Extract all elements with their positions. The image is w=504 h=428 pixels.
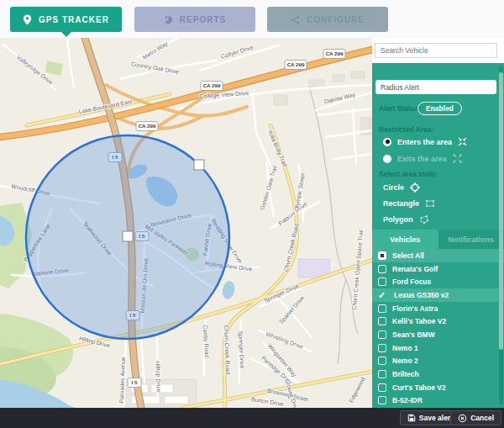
sidebar: Alert Status: Enabled Restricted Area: E… bbox=[372, 38, 504, 408]
radio-label: Exits the area bbox=[397, 155, 447, 163]
cancel-circle-x-icon bbox=[458, 414, 467, 423]
sidebar-scrollbar bbox=[499, 66, 503, 404]
vehicle-label: Curt's Tahoe V2 bbox=[392, 383, 446, 392]
vehicle-label: Lexus GS350 v2 bbox=[394, 291, 449, 299]
search-strip bbox=[372, 38, 504, 63]
checkbox-empty[interactable] bbox=[378, 370, 386, 378]
vehicle-row[interactable]: Curt's Tahoe V2 bbox=[372, 381, 504, 394]
active-tab-pointer bbox=[61, 32, 71, 37]
checkbox-empty[interactable] bbox=[378, 304, 386, 313]
checkbox-empty[interactable] bbox=[378, 277, 386, 286]
vehicle-list: Select AllRenata's GolfFord Focus✓Lexus … bbox=[372, 249, 504, 408]
tab-label: REPORTS bbox=[180, 15, 226, 24]
tool-label: Rectangle bbox=[383, 199, 419, 208]
checkbox-empty[interactable] bbox=[378, 357, 386, 365]
checkbox-empty[interactable] bbox=[378, 317, 386, 325]
select-all-row[interactable]: Select All bbox=[372, 249, 504, 262]
shield-ca299: CA 299 bbox=[323, 50, 345, 59]
vehicle-row[interactable]: ✓Lexus GS350 v2 bbox=[372, 288, 504, 302]
scrollbar-thumb[interactable] bbox=[499, 72, 503, 350]
area-tools-label: Select area tools: bbox=[379, 170, 438, 178]
tool-label: Polygon bbox=[383, 215, 413, 224]
location-pin-icon bbox=[23, 14, 32, 25]
polygon-tool-icon bbox=[419, 214, 429, 225]
compress-arrows-icon bbox=[458, 137, 467, 146]
tool-rectangle[interactable]: Rectangle bbox=[383, 198, 435, 209]
vehicle-label: Sean's BMW bbox=[392, 330, 435, 339]
alert-status-toggle[interactable]: Enabled bbox=[417, 102, 462, 115]
footer-bar: Save alert Cancel bbox=[0, 408, 504, 428]
shield-text: CA 299 bbox=[139, 123, 156, 129]
pie-chart-icon bbox=[164, 15, 173, 24]
vehicle-label: Nemo 1 bbox=[392, 344, 418, 352]
vehicle-row[interactable]: Briltech bbox=[372, 367, 504, 381]
search-vehicle-input[interactable] bbox=[375, 43, 497, 58]
vehicle-label: Briltech bbox=[392, 370, 419, 378]
shield-text: I 5 bbox=[132, 379, 138, 385]
checkbox-indeterminate[interactable] bbox=[378, 251, 386, 260]
circle-tool-icon bbox=[410, 182, 420, 193]
share-nodes-icon bbox=[291, 15, 300, 24]
tab-notifications[interactable]: Notifications bbox=[438, 230, 504, 249]
radio-enters-area[interactable]: Enters the area bbox=[383, 137, 467, 146]
gps-tracker-app: GPS TRACKER REPORTS CONFIGURE bbox=[0, 0, 504, 428]
radio-button-selected[interactable] bbox=[383, 138, 391, 146]
save-alert-label: Save alert bbox=[419, 414, 453, 422]
radio-button[interactable] bbox=[383, 155, 391, 163]
radio-label: Enters the area bbox=[397, 138, 452, 146]
circle-center-handle[interactable] bbox=[123, 231, 133, 241]
checkbox-empty[interactable] bbox=[378, 330, 386, 339]
restricted-area-label: Restricted Area: bbox=[379, 125, 433, 134]
shield-ca299: CA 299 bbox=[201, 82, 223, 91]
checkbox-empty[interactable] bbox=[378, 396, 386, 404]
vehicle-row[interactable]: Sean's BMW bbox=[372, 328, 504, 341]
checkbox-empty[interactable] bbox=[378, 265, 386, 273]
vehicle-row[interactable]: Nemo 1 bbox=[372, 341, 504, 355]
alert-panel: Alert Status: Enabled Restricted Area: E… bbox=[372, 63, 504, 408]
alert-name-input[interactable] bbox=[375, 80, 496, 94]
top-nav: GPS TRACKER REPORTS CONFIGURE bbox=[0, 0, 504, 38]
tab-label: GPS TRACKER bbox=[39, 15, 109, 24]
tool-label: Circle bbox=[383, 183, 404, 192]
shield-text: CA 299 bbox=[287, 61, 305, 67]
vehicle-row[interactable]: Ford Focus bbox=[372, 275, 504, 288]
vehicle-row[interactable]: Kelli's Tahoe V2 bbox=[372, 314, 504, 328]
vehicle-row[interactable]: B-52-IDR bbox=[372, 394, 504, 408]
map-canvas[interactable]: Valleyridge DriveMetro WayCountry Oak Dr… bbox=[0, 38, 372, 408]
vehicle-row[interactable]: Florin's Astra bbox=[372, 302, 504, 315]
shield-i5: I 5 bbox=[128, 378, 141, 388]
vehicle-label: Nemo 2 bbox=[392, 357, 418, 365]
vehicle-label: Renata's Golf bbox=[392, 265, 438, 273]
vehicle-notification-tabs: Vehicles Notifications bbox=[372, 230, 504, 249]
expand-arrows-icon bbox=[453, 154, 462, 163]
radio-exits-area[interactable]: Exits the area bbox=[383, 154, 462, 163]
checkbox-checked-icon[interactable]: ✓ bbox=[378, 291, 388, 299]
save-disk-icon bbox=[407, 414, 416, 422]
rectangle-tool-icon bbox=[425, 198, 435, 209]
alert-status-label: Alert Status: bbox=[379, 104, 422, 113]
vehicle-label: Kelli's Tahoe V2 bbox=[392, 317, 446, 325]
tab-vehicles[interactable]: Vehicles bbox=[372, 230, 438, 249]
vehicle-label: Ford Focus bbox=[392, 277, 431, 286]
tool-circle[interactable]: Circle bbox=[383, 182, 420, 193]
tab-reports[interactable]: REPORTS bbox=[134, 7, 255, 32]
tab-gps-tracker[interactable]: GPS TRACKER bbox=[10, 7, 122, 32]
shield-text: CA 299 bbox=[326, 50, 344, 56]
tab-configure[interactable]: CONFIGURE bbox=[267, 7, 388, 32]
vehicle-row[interactable]: Renata's Golf bbox=[372, 262, 504, 276]
tool-polygon[interactable]: Polygon bbox=[383, 214, 429, 225]
shield-ca299: CA 299 bbox=[285, 61, 307, 70]
checkbox-empty[interactable] bbox=[378, 344, 386, 352]
vehicle-label: B-52-IDR bbox=[392, 396, 423, 404]
checkbox-empty[interactable] bbox=[378, 383, 386, 392]
tab-label: CONFIGURE bbox=[307, 15, 365, 24]
map-svg: Valleyridge DriveMetro WayCountry Oak Dr… bbox=[0, 38, 372, 408]
cancel-label: Cancel bbox=[470, 414, 494, 422]
cancel-button[interactable]: Cancel bbox=[450, 410, 501, 425]
vehicle-row[interactable]: Nemo 2 bbox=[372, 355, 504, 368]
shield-ca299: CA 299 bbox=[136, 122, 158, 131]
vehicle-label: Florin's Astra bbox=[392, 304, 438, 313]
vehicle-label: Select All bbox=[392, 251, 424, 260]
circle-resize-handle[interactable] bbox=[194, 160, 204, 170]
shield-text: CA 299 bbox=[203, 82, 221, 88]
